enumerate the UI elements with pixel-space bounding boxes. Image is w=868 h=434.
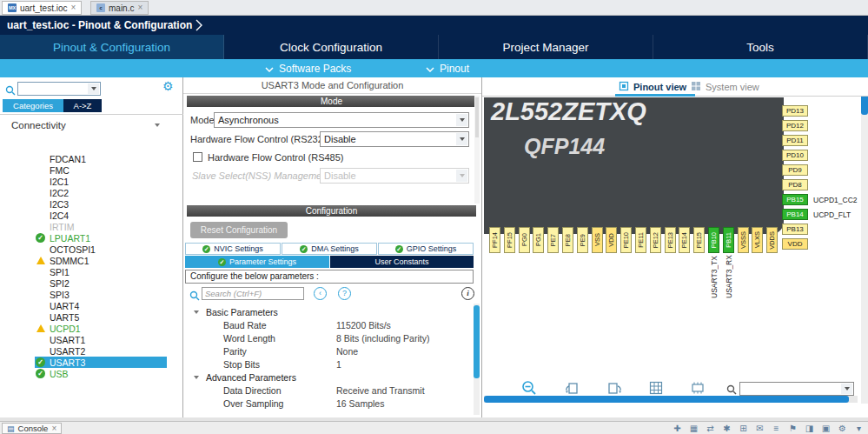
param-row[interactable]: Baud Rate115200 Bits/s [183, 318, 474, 331]
peripheral-item-sdmmc1[interactable]: SDMMC1 [35, 255, 167, 266]
pin-vss[interactable]: VSS [592, 227, 603, 253]
collapse-icon[interactable]: ‹ [314, 287, 327, 300]
pin-vdds[interactable]: VDDS [766, 227, 778, 253]
tab-dma-settings[interactable]: ✓ DMA Settings [282, 243, 377, 255]
close-icon[interactable]: × [137, 3, 142, 12]
peripheral-search-input[interactable] [17, 82, 101, 96]
peripheral-item-usart3[interactable]: ✓USART3 [35, 357, 167, 368]
window-icon[interactable]: ⊞ [738, 424, 749, 433]
pin-pd8[interactable]: PD8 [782, 179, 808, 190]
tab-user-constants[interactable]: User Constants [330, 256, 474, 268]
mode-select[interactable]: Asynchronous [214, 112, 469, 128]
tab-tools[interactable]: Tools [653, 35, 868, 59]
peripheral-item-fdcan1[interactable]: FDCAN1 [35, 153, 167, 164]
editor-tab-main-c[interactable]: c main.c × [90, 1, 149, 15]
pin-vdd[interactable]: VDD [782, 238, 808, 250]
parameters-scrollbar[interactable] [474, 304, 480, 415]
peripheral-item-fmc[interactable]: FMC [35, 164, 167, 176]
peripheral-item-spi2[interactable]: SPI2 [35, 277, 167, 289]
pin-pe7[interactable]: PE7 [547, 227, 559, 253]
param-row[interactable]: Stop Bits1 [183, 357, 474, 371]
gear-icon[interactable]: ⚙ [837, 424, 848, 433]
pin-pb14[interactable]: PB14 [782, 209, 808, 220]
pin-pe8[interactable]: PE8 [562, 227, 573, 253]
info-icon[interactable]: i [461, 287, 474, 300]
console-tab[interactable]: ▤ Console × [2, 423, 62, 434]
mode-scrollbar[interactable] [474, 96, 480, 204]
pinout-view-toggle[interactable]: Pinout view [619, 77, 686, 96]
tab-categories[interactable]: Categories [3, 99, 63, 112]
category-connectivity[interactable]: Connectivity [0, 118, 170, 132]
peripheral-item-usart2[interactable]: USART2 [35, 345, 167, 357]
peripheral-item-i2c1[interactable]: I2C1 [35, 176, 167, 187]
param-row[interactable]: Data DirectionReceive and Transmit [183, 384, 474, 397]
param-row[interactable]: Word Length8 Bits (including Parity) [183, 331, 474, 344]
parameter-search-input[interactable] [202, 287, 304, 300]
pin-pe11[interactable]: PE11 [635, 227, 646, 253]
flag-icon[interactable]: ⚑ [787, 424, 798, 433]
peripheral-item-lpuart1[interactable]: ✓LPUART1 [35, 232, 167, 244]
pin-pd10[interactable]: PD10 [782, 150, 808, 161]
tab-clock-configuration[interactable]: Clock Configuration [224, 35, 439, 59]
tab-parameter-settings[interactable]: ✓ Parameter Settings [185, 256, 329, 268]
tab-gpio-settings[interactable]: ✓ GPIO Settings [378, 243, 474, 255]
tab-a-to-z[interactable]: A->Z [63, 99, 102, 112]
pin-pg0[interactable]: PG0 [519, 227, 530, 253]
peripheral-item-usb[interactable]: ✓USB [35, 368, 167, 379]
mcu-package[interactable]: 2L552ZETXQ QFP144 [484, 97, 784, 234]
reset-configuration-button[interactable]: Reset Configuration [190, 222, 288, 238]
pin-vdd[interactable]: VDD [606, 227, 617, 253]
param-row[interactable]: ParityNone [183, 344, 474, 357]
pin-pd9[interactable]: PD9 [782, 164, 808, 176]
plus-icon[interactable]: ✚ [672, 424, 683, 433]
peripheral-item-uart5[interactable]: UART5 [35, 311, 167, 323]
pin-pf15[interactable]: PF15 [504, 227, 515, 253]
param-row[interactable]: Over Sampling16 Samples [183, 397, 474, 410]
panel-icon[interactable]: ◨ [804, 424, 815, 433]
grid-icon[interactable]: ▦ [688, 424, 699, 433]
rs232-select[interactable]: Disable [320, 131, 469, 147]
pin-search-select[interactable] [739, 382, 854, 396]
pin-pb11[interactable]: PB11 [723, 227, 734, 253]
pin-pe13[interactable]: PE13 [665, 227, 676, 253]
software-packs-menu[interactable]: Software Packs [265, 59, 351, 77]
peripheral-item-irtim[interactable]: IRTIM [35, 221, 167, 232]
editor-tab-ioc[interactable]: MX uart_test.ioc × [2, 1, 82, 15]
peripheral-item-usart1[interactable]: USART1 [35, 334, 167, 345]
pin-pb10[interactable]: PB10 [708, 227, 719, 253]
pin-pe14[interactable]: PE14 [679, 227, 690, 253]
close-icon[interactable]: × [51, 424, 56, 433]
param-group[interactable]: Basic Parameters [183, 305, 474, 318]
pin-pe10[interactable]: PE10 [620, 227, 632, 253]
tab-pinout-configuration[interactable]: Pinout & Configuration [0, 35, 224, 59]
pin-vlxs[interactable]: VLXS [752, 227, 763, 253]
pin-pe15[interactable]: PE15 [693, 227, 705, 253]
peripheral-item-spi1[interactable]: SPI1 [35, 266, 167, 277]
peripheral-item-i2c3[interactable]: I2C3 [35, 198, 167, 210]
peripheral-item-uart4[interactable]: UART4 [35, 300, 167, 311]
help-icon[interactable]: ? [338, 287, 351, 300]
menu-icon[interactable]: ≡ [771, 424, 782, 433]
pin-pg1[interactable]: PG1 [533, 227, 544, 253]
pin-pf14[interactable]: PF14 [489, 227, 500, 253]
pin-pb13[interactable]: PB13 [782, 224, 808, 235]
tab-nvic-settings[interactable]: ✓ NVIC Settings [185, 243, 281, 255]
chevron-down-icon[interactable] [88, 83, 99, 94]
pinout-menu[interactable]: Pinout [426, 59, 469, 77]
pin-pd11[interactable]: PD11 [782, 135, 808, 146]
peripheral-item-ucpd1[interactable]: UCPD1 [35, 323, 167, 334]
console-icon[interactable]: ▣ [820, 424, 832, 433]
pin-pd12[interactable]: PD12 [782, 120, 808, 131]
mail-icon[interactable]: ✉ [754, 424, 765, 433]
close-icon[interactable]: × [70, 3, 76, 12]
rs485-checkbox[interactable] [193, 152, 202, 162]
tab-project-manager[interactable]: Project Manager [439, 35, 653, 59]
asterisk-icon[interactable]: ✱ [721, 424, 732, 433]
pin-pb15[interactable]: PB15 [782, 194, 808, 205]
pin-pd13[interactable]: PD13 [782, 105, 808, 117]
peripheral-item-octospi1[interactable]: OCTOSPI1 [35, 244, 167, 255]
peripheral-item-spi3[interactable]: SPI3 [35, 289, 167, 300]
peripheral-item-i2c2[interactable]: I2C2 [35, 187, 167, 198]
system-view-toggle[interactable]: System view [691, 77, 759, 96]
param-group[interactable]: Advanced Parameters [183, 371, 474, 384]
